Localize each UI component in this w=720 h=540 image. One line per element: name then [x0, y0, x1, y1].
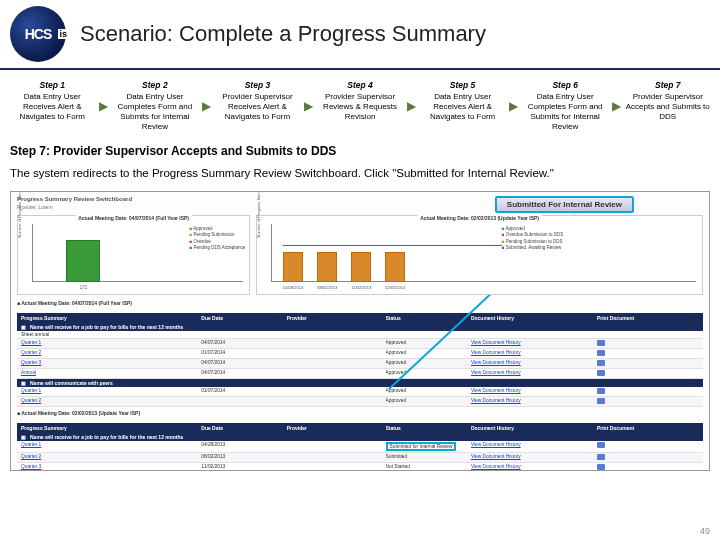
table-row[interactable]: Quarter 304/07/2014ApprovedView Document… [17, 359, 703, 369]
app-screenshot: Submitted For Internal Review Progress S… [10, 191, 710, 471]
table-row[interactable]: Quarter 2ApprovedView Document History [17, 397, 703, 407]
bar-q4: 02/02/2014 [385, 252, 405, 282]
table-row[interactable]: Quarter 311/02/2013Not StartedView Docum… [17, 463, 703, 471]
bar-q1: 04/28/2013 [283, 252, 303, 282]
print-icon[interactable] [597, 370, 605, 376]
arrow-icon: ▶ [509, 78, 519, 134]
arrow-icon: ▶ [201, 78, 211, 134]
bar-q3: 11/02/2013 [351, 252, 371, 282]
bar-approved: 171 [66, 240, 100, 282]
submitted-internal-review-button[interactable]: Submitted For Internal Review [495, 196, 634, 213]
table-row[interactable]: Quarter 104/28/2013Submitted for Interna… [17, 441, 703, 453]
charts-row: Actual Meeting Date: 04/07/2014 (Full Ye… [11, 213, 709, 297]
step-4: Step 4Provider Supervisor Reviews & Requ… [314, 78, 407, 134]
step-6: Step 6Data Entry User Completes Form and… [519, 78, 612, 134]
goal-section[interactable]: ▣Name will communicate with peers [17, 379, 703, 387]
page-title: Scenario: Complete a Progress Summary [80, 21, 486, 47]
table-row[interactable]: Quarter 101/07/2014ApprovedView Document… [17, 387, 703, 397]
print-icon[interactable] [597, 388, 605, 394]
logo-main-text: HCS [25, 26, 52, 42]
goal-section[interactable]: ▣Name will receive for a job to pay for … [17, 433, 703, 441]
bar-q2: 08/02/2013 [317, 252, 337, 282]
arrow-icon: ▶ [99, 78, 109, 134]
chart-update-year: Actual Meeting Date: 02/02/2013 (Update … [256, 215, 703, 295]
table-row[interactable]: Annual04/07/2014ApprovedView Document Hi… [17, 369, 703, 379]
table-header: Progress Summary Due Date Provider Statu… [17, 313, 703, 323]
hcsis-logo: HCS is [10, 6, 66, 62]
progress-table-2: Progress Summary Due Date Provider Statu… [17, 423, 703, 471]
section-meeting-2: ■ Actual Meeting Date: 02/02/2013 (Updat… [11, 407, 709, 417]
steps-flow: Step 1Data Entry User Receives Alert & N… [0, 70, 720, 138]
slide-header: HCS is Scenario: Complete a Progress Sum… [0, 0, 720, 70]
arrow-icon: ▶ [406, 78, 416, 134]
step-5: Step 5Data Entry User Receives Alert & N… [416, 78, 509, 134]
table-row[interactable]: Quarter 104/07/2014ApprovedView Document… [17, 339, 703, 349]
step-1: Step 1Data Entry User Receives Alert & N… [6, 78, 99, 134]
page-number: 49 [700, 526, 710, 536]
step-2: Step 2Data Entry User Completes Form and… [109, 78, 202, 134]
current-step-heading: Step 7: Provider Supervisor Accepts and … [0, 138, 720, 162]
print-icon[interactable] [597, 340, 605, 346]
table-row: Sheet annual [17, 331, 703, 339]
print-icon[interactable] [597, 360, 605, 366]
chart-legend: Approved Pending Submission Overdue Pend… [189, 226, 245, 251]
section-meeting-1: ■ Actual Meeting Date: 04/07/2014 (Full … [11, 297, 709, 307]
logo-suffix-text: is [58, 29, 68, 39]
print-icon[interactable] [597, 454, 605, 460]
progress-table-1: Progress Summary Due Date Provider Statu… [17, 313, 703, 407]
print-icon[interactable] [597, 350, 605, 356]
print-icon[interactable] [597, 464, 605, 470]
step-3: Step 3Provider Supervisor Receives Alert… [211, 78, 304, 134]
chart-legend: Approved Overdue Submission to DDS Pendi… [502, 226, 564, 251]
table-row[interactable]: Quarter 208/02/2013SubmittedView Documen… [17, 453, 703, 463]
instruction-text: The system redirects to the Progress Sum… [0, 162, 720, 190]
table-row[interactable]: Quarter 201/07/2014ApprovedView Document… [17, 349, 703, 359]
arrow-icon: ▶ [611, 78, 621, 134]
status-highlighted[interactable]: Submitted for Internal Review [386, 442, 457, 451]
step-7: Step 7Provider Supervisor Accepts and Su… [621, 78, 714, 134]
table-header: Progress Summary Due Date Provider Statu… [17, 423, 703, 433]
arrow-icon: ▶ [304, 78, 314, 134]
chart-full-year: Actual Meeting Date: 04/07/2014 (Full Ye… [17, 215, 250, 295]
print-icon[interactable] [597, 442, 605, 448]
goal-section[interactable]: ▣Name will receive for a job to pay for … [17, 323, 703, 331]
print-icon[interactable] [597, 398, 605, 404]
